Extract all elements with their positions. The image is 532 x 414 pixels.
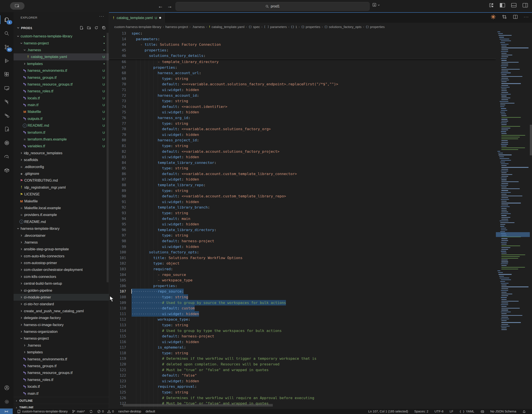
code-line-123[interactable]: 123 ui:widget: hidden	[109, 378, 496, 384]
tree-file-main-tf[interactable]: main.tfU	[14, 102, 109, 108]
more-actions-icon[interactable]: ···	[524, 15, 529, 19]
activitybar-containers-icon[interactable]	[0, 164, 14, 176]
tree-file-variables-tf[interactable]: variables.tfU	[14, 143, 109, 150]
code-line-117[interactable]: 117 is_ephemeral:	[109, 345, 496, 350]
code-line-70[interactable]: 70 default: <+<+variable.account.solutio…	[109, 81, 496, 87]
code-line-78[interactable]: 78 default: <+variable.account.solutions…	[109, 126, 496, 132]
status-json-schema[interactable]: No JSON Schema	[490, 410, 516, 413]
code-line-103[interactable]: 103 required:	[109, 266, 496, 272]
tree-folder--harness[interactable]: .harness	[14, 239, 109, 246]
activitybar-ansible-icon[interactable]	[0, 150, 14, 163]
code-line-76[interactable]: 76 harness_org_id:	[109, 115, 496, 121]
tree-folder-scaffolds[interactable]: scaffolds	[14, 156, 109, 163]
tree-file-harness-environments-tf[interactable]: harness_environments.tfU	[14, 67, 109, 74]
code-line-71[interactable]: 71 ui:widget: hidden	[109, 87, 496, 93]
activitybar-terraform-icon[interactable]	[0, 96, 14, 108]
code-line-93[interactable]: 93 type: string	[109, 210, 496, 216]
code-line-80[interactable]: 80 harness_project_id:	[109, 137, 496, 143]
code-line-81[interactable]: 81 type: string	[109, 143, 496, 149]
nav-forward-button[interactable]: →	[166, 3, 173, 10]
breadcrumb-item-harness-project[interactable]: harness-project	[165, 25, 188, 29]
code-line-83[interactable]: 83 ui:widget: hidden	[109, 154, 496, 160]
code-line-110[interactable]: 110··············default: custom	[109, 305, 496, 311]
code-line-45[interactable]: 45 properties:	[109, 47, 496, 53]
tree-file-outputs-tf[interactable]: outputs.tfU	[14, 115, 109, 122]
code-line-67[interactable]: 67 properties:	[109, 65, 496, 70]
breadcrumb-item-solutions-factory-opts[interactable]: {}solutions_factory_opts	[324, 25, 361, 29]
activitybar-kubernetes-icon[interactable]	[0, 137, 14, 149]
code-line-118[interactable]: 118 type: string	[109, 350, 496, 356]
tree-folder-templates[interactable]: templates	[14, 349, 109, 356]
minimap[interactable]	[496, 31, 530, 408]
code-line-120[interactable]: 120 # deleted upon completion. Resources…	[109, 361, 496, 367]
tree-folder-create-and-push-new-catalog-yaml[interactable]: create_and_push_new_catalog_yaml	[14, 308, 109, 314]
tree-file-harness-resource-groups-tf[interactable]: harness_resource_groups.tfU	[14, 81, 109, 88]
activitybar-terraform-cloud-icon[interactable]	[0, 109, 14, 122]
tree-file-terraform-tf[interactable]: terraform.tfU	[14, 129, 109, 136]
tree-folder-custom-harness-template-library[interactable]: custom-harness-template-library●	[14, 33, 109, 40]
code-line-92[interactable]: 92 template_library_branch:	[109, 205, 496, 210]
tree-folder-harness-project[interactable]: harness-project●	[14, 40, 109, 46]
outline-section-header[interactable]: ›OUTLINE	[14, 397, 109, 404]
tree-file-catalog-template-yaml[interactable]: !catalog_template.yamlU	[14, 53, 109, 60]
code-line-114[interactable]: 114 # Used to group by type the workspac…	[109, 328, 496, 334]
status-eol[interactable]: LF	[450, 410, 453, 413]
breadcrumb-item-properties[interactable]: {}properties	[301, 25, 320, 29]
code-line-99[interactable]: 99 ui:widget: hidden	[109, 244, 496, 250]
code-line-88[interactable]: 88 template_library_repo:	[109, 182, 496, 188]
activitybar-explorer-icon[interactable]: 1	[0, 14, 14, 26]
code-line-94[interactable]: 94 default: main	[109, 216, 496, 222]
workspace-section-header[interactable]: PROD1	[14, 23, 109, 32]
window-action-button[interactable]	[372, 3, 380, 8]
tree-file-makefile-local-example[interactable]: ≡Makefile.local.example	[14, 205, 109, 211]
activitybar-search-icon[interactable]	[0, 27, 14, 40]
code-line-126[interactable]: 126 # Determines if the workflow will re…	[109, 395, 496, 401]
code-editor[interactable]: 13spec:14 parameters:44 - title: Solutio…	[109, 31, 496, 408]
split-editor-icon[interactable]	[513, 14, 518, 19]
tree-folder-ansible-step-group-template[interactable]: ansible-step-group-template	[14, 246, 109, 253]
code-line-111[interactable]: 111··············ui:widget: hidden	[109, 311, 496, 317]
code-line-85[interactable]: 85 type: string	[109, 165, 496, 171]
code-line-101[interactable]: 101 title: Solutions Factory Workflow Op…	[109, 255, 496, 261]
code-line-89[interactable]: 89 type: string	[109, 188, 496, 194]
code-line-107[interactable]: 107············repo_source:	[109, 289, 496, 294]
tree-folder--harness[interactable]: .harness	[14, 342, 109, 349]
code-line-66[interactable]: 66 - template_library_directory	[109, 59, 496, 65]
tree-folder--harness[interactable]: .harness●	[14, 47, 109, 53]
code-line-95[interactable]: 95 ui:widget: hidden	[109, 221, 496, 227]
horizontal-scrollbar[interactable]	[123, 404, 273, 406]
activitybar-source-control-icon[interactable]: 57	[0, 41, 14, 53]
code-line-73[interactable]: 73 type: string	[109, 98, 496, 104]
code-line-97[interactable]: 97 type: string	[109, 233, 496, 238]
status-notifications[interactable]	[522, 410, 526, 413]
tree-file-locals-tf[interactable]: locals.tf	[14, 383, 109, 390]
tree-file--editorconfig[interactable]: ≡.editorconfig	[14, 163, 109, 170]
code-line-104[interactable]: 104 - repo_source	[109, 272, 496, 278]
code-line-87[interactable]: 87 ui:widget: hidden	[109, 177, 496, 182]
status-cursor-position[interactable]: Ln 107, Col 1 (185 selected)	[368, 410, 408, 413]
breadcrumb-item-catalog-template-yaml[interactable]: !catalog_template.yaml	[209, 25, 245, 29]
sticky-scroll[interactable]: 13spec:14 parameters:44 - title: Solutio…	[109, 31, 496, 59]
activitybar-extensions-icon[interactable]	[0, 68, 14, 81]
tab-catalog-template-yaml[interactable]: ! catalog_template.yaml U	[109, 13, 165, 23]
new-file-icon[interactable]	[79, 26, 83, 30]
code-line-113[interactable]: 113 type: string	[109, 322, 496, 328]
breadcrumb-item-parameters[interactable]: [ ]parameters	[264, 25, 287, 29]
code-line-74[interactable]: 74 default: <+account.identifier>	[109, 104, 496, 110]
code-line-79[interactable]: 79 ui:widget: hidden	[109, 132, 496, 138]
tree-file-harness-resource-groups-tf[interactable]: harness_resource_groups.tf	[14, 369, 109, 376]
tree-file-license[interactable]: ⚑LICENSE	[14, 191, 109, 198]
sidebar-scrollbar[interactable]	[107, 33, 109, 282]
starburst-icon[interactable]	[490, 14, 496, 20]
code-line-46[interactable]: 46 solutions_factory_details:	[109, 53, 496, 59]
tree-folder-harness-template-library[interactable]: harness-template-library	[14, 225, 109, 232]
status-sync[interactable]	[89, 410, 93, 413]
code-line-102[interactable]: 102 type: object	[109, 261, 496, 266]
code-line-109[interactable]: 109··············# Used to group by sour…	[109, 300, 496, 306]
code-line-44[interactable]: 44 - title: Solutions Factory Connection	[109, 42, 496, 47]
screen-sharing-indicator[interactable]	[10, 2, 25, 10]
refresh-icon[interactable]	[94, 26, 98, 30]
customize-layout-icon[interactable]	[489, 3, 494, 8]
command-center-search[interactable]: prod1	[176, 2, 370, 11]
code-line-98[interactable]: 98 default: harness-project	[109, 238, 496, 244]
